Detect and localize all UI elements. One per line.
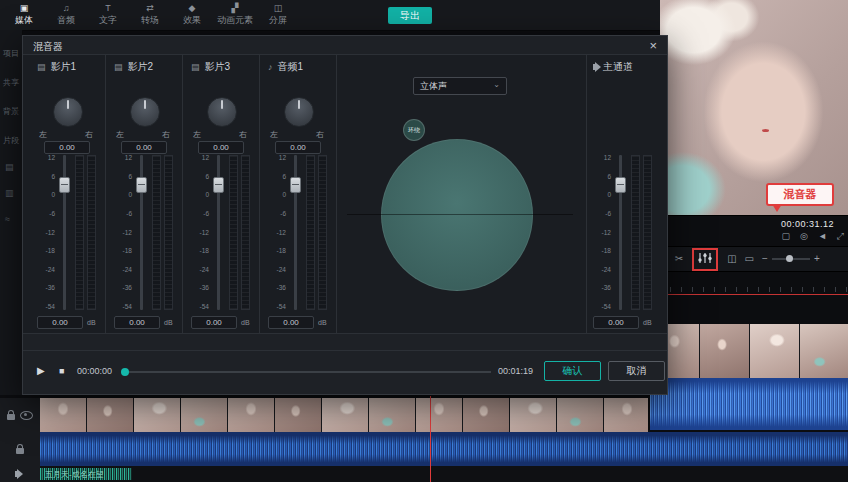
chevron-down-icon: ⌄ <box>493 80 500 89</box>
audio-mixer-icon[interactable] <box>698 252 712 266</box>
fader-handle[interactable] <box>615 177 626 193</box>
eye-icon[interactable] <box>20 411 33 420</box>
surround-pan-circle[interactable] <box>381 139 533 291</box>
pan-center-handle[interactable]: 环绕 <box>403 119 425 141</box>
tab-label: 媒体 <box>15 14 33 27</box>
clip-thumbnail[interactable] <box>87 398 133 432</box>
channel-mode-select[interactable]: 立体声 ⌄ <box>413 77 507 95</box>
mixer-body: ▤ 影片1 左 右 0.00 1260-6-12-18-24-36-54 0.0… <box>23 54 667 334</box>
fader-track[interactable] <box>217 155 220 310</box>
zoom-slider-handle[interactable] <box>786 255 793 262</box>
clip-thumbnail[interactable] <box>750 324 799 378</box>
close-icon[interactable]: × <box>649 38 657 53</box>
fader-track[interactable] <box>619 155 622 310</box>
zoom-out-icon[interactable]: − <box>762 254 768 264</box>
clip-thumbnail[interactable] <box>181 398 227 432</box>
sidebar-labels: 项目共享背景片段 <box>0 48 22 146</box>
pan-left-label: 左 <box>270 129 278 140</box>
knob-indicator <box>67 100 69 109</box>
confirm-button[interactable]: 确认 <box>544 361 601 381</box>
marker-icon[interactable]: ◫ <box>727 254 736 264</box>
speaker-icon[interactable] <box>15 471 19 477</box>
pan-knob[interactable] <box>284 97 314 127</box>
level-value[interactable]: 0.00 <box>268 316 314 329</box>
sidebar-label[interactable]: 片段 <box>3 135 22 146</box>
lock-icon[interactable] <box>7 414 15 420</box>
clip-thumbnail[interactable] <box>800 324 848 378</box>
audio-clip-main[interactable] <box>40 432 848 466</box>
pan-value[interactable]: 0.00 <box>198 141 244 154</box>
fader-track[interactable] <box>294 155 297 310</box>
render-icon[interactable]: ▭ <box>745 254 754 264</box>
tab-3[interactable]: T文字 <box>88 3 128 27</box>
tab-4[interactable]: ⇄转场 <box>130 3 170 27</box>
fader-handle[interactable] <box>59 177 70 193</box>
seek-handle[interactable] <box>121 368 129 376</box>
clip-thumbnail[interactable] <box>510 398 556 432</box>
stop-icon[interactable]: ■ <box>59 366 64 376</box>
music-track[interactable]: 五月天-成名在望 <box>40 466 848 482</box>
lock-icon[interactable] <box>16 448 24 454</box>
clip-thumbnail[interactable] <box>275 398 321 432</box>
current-time: 00:00:00 <box>77 366 112 376</box>
playhead[interactable] <box>430 396 431 482</box>
fader-track[interactable] <box>140 155 143 310</box>
sidebar-label[interactable]: 背景 <box>3 106 22 117</box>
sidebar-label[interactable]: 共享 <box>3 77 22 88</box>
zoom-slider[interactable] <box>772 258 810 260</box>
play-icon[interactable]: ▶ <box>37 365 45 376</box>
clip-thumbnail[interactable] <box>322 398 368 432</box>
pan-value[interactable]: 0.00 <box>275 141 321 154</box>
fader-track[interactable] <box>63 155 66 310</box>
timeline-ruler[interactable] <box>648 278 848 292</box>
level-value[interactable]: 0.00 <box>114 316 160 329</box>
clip-thumbnail[interactable] <box>369 398 415 432</box>
tab-6[interactable]: ▞动画元素 <box>214 3 256 27</box>
media-folder-icon[interactable]: ▤ <box>5 162 22 172</box>
cancel-button[interactable]: 取消 <box>608 361 665 381</box>
clip-thumbnail[interactable] <box>463 398 509 432</box>
panel-icon[interactable]: ▥ <box>5 188 22 198</box>
level-value[interactable]: 0.00 <box>191 316 237 329</box>
export-button[interactable]: 导出 <box>388 7 432 24</box>
pan-knob[interactable] <box>130 97 160 127</box>
volume-icon[interactable]: ◄ <box>818 231 827 242</box>
audio-clip-secondary[interactable] <box>650 378 848 430</box>
monitor-icon[interactable]: ▢ <box>782 231 791 242</box>
level-value[interactable]: 0.00 <box>37 316 83 329</box>
clip-thumbnail[interactable] <box>700 324 749 378</box>
seek-slider[interactable] <box>121 371 491 373</box>
zoom-controls: − + <box>762 254 820 264</box>
fader-handle[interactable] <box>290 177 301 193</box>
clip-thumbnail[interactable] <box>557 398 603 432</box>
duration-time: 00:01:19 <box>498 366 533 376</box>
speaker-icon <box>593 64 597 70</box>
pan-value[interactable]: 0.00 <box>44 141 90 154</box>
clip-thumbnail[interactable] <box>416 398 462 432</box>
tab-7[interactable]: ◫分屏 <box>258 3 298 27</box>
channel-name: 音频1 <box>278 60 304 74</box>
fader-handle[interactable] <box>213 177 224 193</box>
master-level-value[interactable]: 0.00 <box>593 316 639 329</box>
audio-panel-icon[interactable]: ≈ <box>5 214 22 224</box>
clip-thumbnail[interactable] <box>228 398 274 432</box>
pan-knob[interactable] <box>53 97 83 127</box>
pan-knob[interactable] <box>207 97 237 127</box>
pan-value[interactable]: 0.00 <box>121 141 167 154</box>
master-level-row: 0.00 dB <box>593 316 652 329</box>
tab-1[interactable]: ▣媒体 <box>4 3 44 27</box>
split-icon[interactable]: ✂ <box>675 254 683 264</box>
fullscreen-icon[interactable]: ⤢ <box>837 231 844 242</box>
clip-thumbnail[interactable] <box>40 398 86 432</box>
fader-handle[interactable] <box>136 177 147 193</box>
tab-2[interactable]: ♫音频 <box>46 3 86 27</box>
fader-scale: 1260-6-12-18-24-36-54 <box>268 155 286 310</box>
clip-thumbnail[interactable] <box>604 398 648 432</box>
clip-thumbnail[interactable] <box>134 398 180 432</box>
snapshot-icon[interactable]: ◎ <box>800 231 808 242</box>
sidebar-label[interactable]: 项目 <box>3 48 22 59</box>
channel-type-icon: ▤ <box>191 62 200 72</box>
tab-5[interactable]: ◆效果 <box>172 3 212 27</box>
zoom-in-icon[interactable]: + <box>814 254 820 264</box>
level-meter-right <box>241 155 250 310</box>
